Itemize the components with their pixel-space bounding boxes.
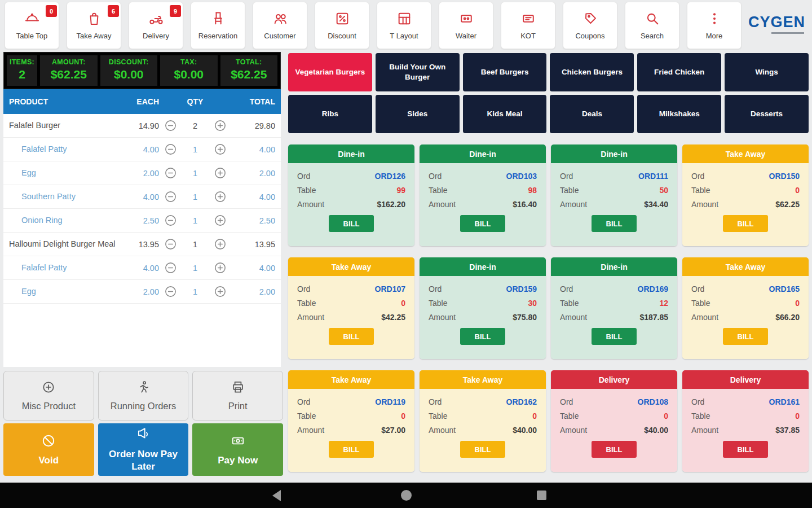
qty-plus-button[interactable]: [213, 261, 227, 275]
order-card-body: Ord ORD150 Table 0 Amount $62.25 BILL: [682, 163, 809, 246]
qty-minus-button[interactable]: [164, 261, 177, 275]
order-card[interactable]: Take Away Ord ORD119 Table 0 Amount $27.…: [288, 370, 414, 472]
product-total: 4.00: [231, 264, 275, 273]
order-card[interactable]: Take Away Ord ORD162 Table 0 Amount $40.…: [420, 370, 546, 472]
toolbar-reservation-button[interactable]: Reservation: [191, 2, 245, 49]
order-card[interactable]: Dine-in Ord ORD103 Table 98 Amount $16.4…: [420, 144, 546, 246]
bill-button[interactable]: BILL: [592, 441, 637, 458]
toolbar-customer-button[interactable]: Customer: [253, 2, 307, 49]
qty-minus-button[interactable]: [164, 167, 177, 180]
product-qty: 1: [189, 145, 201, 154]
order-number: ORD162: [506, 397, 537, 406]
qty-minus-button[interactable]: [164, 119, 177, 133]
order-card[interactable]: Dine-in Ord ORD111 Table 50 Amount $34.4…: [551, 144, 677, 246]
order-amount: $187.85: [639, 313, 668, 322]
misc-product-button[interactable]: Misc Product: [3, 371, 94, 421]
toolbar-take-away-button[interactable]: 6 Take Away: [67, 2, 121, 49]
print-label: Print: [228, 401, 248, 411]
product-each-price: 2.00: [132, 169, 159, 178]
bill-button[interactable]: BILL: [723, 441, 768, 458]
bill-button[interactable]: BILL: [329, 215, 374, 232]
table-label: Table: [691, 186, 710, 195]
bill-button[interactable]: BILL: [460, 441, 505, 458]
order-card[interactable]: Take Away Ord ORD150 Table 0 Amount $62.…: [682, 144, 809, 246]
header-product: PRODUCT: [9, 97, 132, 106]
bill-button[interactable]: BILL: [329, 328, 374, 345]
table-label: Table: [560, 186, 579, 195]
product-total: 2.00: [231, 169, 275, 178]
order-card[interactable]: Dine-in Ord ORD169 Table 12 Amount $187.…: [551, 257, 677, 359]
category-button[interactable]: Fried Chicken: [637, 53, 721, 91]
back-icon[interactable]: [272, 490, 281, 501]
order-card[interactable]: Delivery Ord ORD161 Table 0 Amount $37.8…: [682, 370, 809, 472]
qty-plus-button[interactable]: [213, 238, 227, 251]
bill-button[interactable]: BILL: [592, 215, 637, 232]
qty-minus-button[interactable]: [164, 285, 177, 299]
category-button[interactable]: Wings: [725, 53, 809, 91]
category-button[interactable]: Desserts: [725, 95, 809, 133]
recents-icon[interactable]: [537, 491, 546, 500]
ord-label: Ord: [560, 172, 573, 181]
running-orders-button[interactable]: Running Orders: [98, 371, 189, 421]
toolbar-waiter-button[interactable]: Waiter: [439, 2, 493, 49]
header-each: EACH: [132, 97, 159, 106]
table-label: Table: [429, 411, 447, 421]
qty-plus-button[interactable]: [213, 119, 227, 133]
product-each-price: 14.90: [132, 121, 159, 130]
order-card[interactable]: Dine-in Ord ORD126 Table 99 Amount $162.…: [288, 144, 414, 246]
cygen-logo: CYGEN: [748, 14, 805, 34]
toolbar-delivery-button[interactable]: 9 Delivery: [129, 2, 183, 49]
toolbar-label: Discount: [328, 32, 356, 40]
toolbar-table-top-button[interactable]: 0 Table Top: [5, 2, 59, 49]
category-button[interactable]: Kids Meal: [463, 95, 547, 133]
table-number: 50: [659, 186, 668, 195]
bill-button[interactable]: BILL: [329, 441, 374, 458]
bill-button[interactable]: BILL: [592, 328, 637, 345]
toolbar-more-button[interactable]: More: [687, 2, 742, 49]
category-button[interactable]: Chicken Burgers: [550, 53, 634, 91]
category-button[interactable]: Ribs: [288, 95, 372, 133]
order-now-pay-later-button[interactable]: Order Now Pay Later: [98, 423, 189, 476]
home-icon[interactable]: [401, 490, 412, 501]
toolbar-kot-button[interactable]: KOT: [501, 2, 555, 49]
bill-button[interactable]: BILL: [460, 215, 505, 232]
bill-button[interactable]: BILL: [460, 328, 505, 345]
bill-button[interactable]: BILL: [723, 328, 768, 345]
qty-plus-button[interactable]: [213, 143, 227, 156]
qty-plus-button[interactable]: [213, 167, 227, 180]
qty-minus-button[interactable]: [164, 190, 177, 204]
toolbar-t-layout-button[interactable]: T Layout: [377, 2, 431, 49]
qty-minus-button[interactable]: [164, 214, 177, 227]
print-button[interactable]: Print: [192, 371, 283, 421]
qty-plus-button[interactable]: [213, 285, 227, 299]
category-button[interactable]: Sides: [376, 95, 460, 133]
android-nav-bar: [0, 483, 812, 508]
toolbar-discount-button[interactable]: Discount: [315, 2, 369, 49]
qty-plus-button[interactable]: [213, 190, 227, 204]
order-card-body: Ord ORD161 Table 0 Amount $37.85 BILL: [682, 389, 809, 472]
product-qty: 1: [189, 240, 201, 249]
category-button[interactable]: Beef Burgers: [463, 53, 547, 91]
void-button[interactable]: Void: [3, 423, 94, 476]
qty-plus-button[interactable]: [213, 214, 227, 227]
qty-minus-button[interactable]: [164, 238, 177, 251]
order-card[interactable]: Take Away Ord ORD107 Table 0 Amount $42.…: [288, 257, 414, 359]
pay-now-button[interactable]: Pay Now: [192, 423, 283, 476]
utility-actions: Misc Product Running Orders Print: [3, 371, 283, 421]
order-card[interactable]: Delivery Ord ORD108 Table 0 Amount $40.0…: [551, 370, 677, 472]
category-button[interactable]: Milkshakes: [637, 95, 721, 133]
order-card[interactable]: Take Away Ord ORD165 Table 0 Amount $66.…: [682, 257, 809, 359]
order-card[interactable]: Dine-in Ord ORD159 Table 30 Amount $75.8…: [420, 257, 546, 359]
toolbar-search-button[interactable]: Search: [625, 2, 679, 49]
qty-minus-button[interactable]: [164, 143, 177, 156]
product-qty: 1: [189, 287, 201, 296]
amount-label: Amount: [297, 426, 324, 435]
table-number: 30: [528, 299, 537, 308]
toolbar-coupons-button[interactable]: Coupons: [563, 2, 617, 49]
bill-button[interactable]: BILL: [723, 215, 768, 232]
scooter-icon: [148, 11, 164, 27]
category-button[interactable]: Vegetarian Burgers: [288, 53, 372, 91]
category-button[interactable]: Build Your Own Burger: [376, 53, 460, 91]
category-button[interactable]: Deals: [550, 95, 634, 133]
qty-controls: 2: [159, 119, 231, 133]
